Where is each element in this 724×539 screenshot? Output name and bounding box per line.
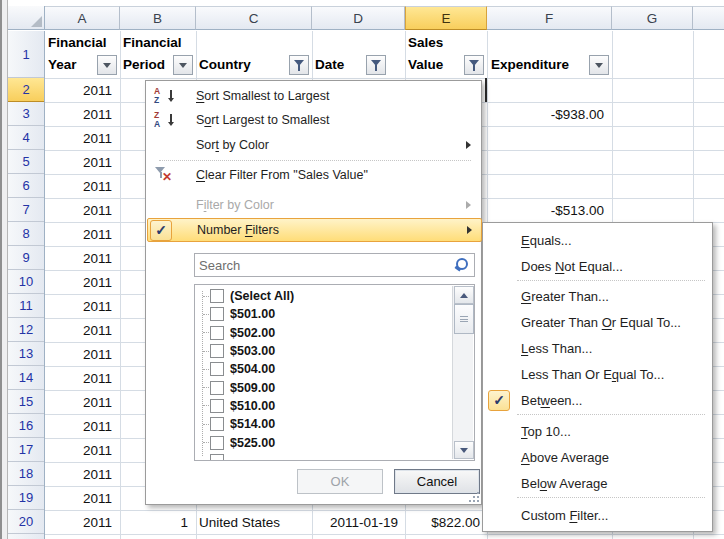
- menu-item-clear-filter[interactable]: ✕ Clear Filter From "Sales Value": [147, 163, 480, 187]
- submenu-item-between-checked[interactable]: Between...: [484, 388, 711, 412]
- menu-item-sort-largest[interactable]: ZA Sort Largest to Smallest: [147, 108, 480, 132]
- header-expenditure[interactable]: Expenditure: [491, 57, 569, 73]
- filter-value-item[interactable]: $502.00: [195, 324, 435, 342]
- filter-button-sales-value-filtered[interactable]: [464, 55, 484, 75]
- value-checkbox[interactable]: [210, 454, 224, 461]
- column-header-e-selected[interactable]: E: [405, 6, 487, 30]
- row-header-18[interactable]: 18: [8, 462, 44, 486]
- list-scrollbar[interactable]: [452, 286, 473, 459]
- row-header-12[interactable]: 12: [8, 318, 44, 342]
- value-checkbox[interactable]: [210, 362, 224, 376]
- row-header-8[interactable]: 8: [8, 222, 44, 246]
- filter-value-item[interactable]: $503.00: [195, 342, 435, 360]
- filter-search-box[interactable]: [194, 253, 475, 277]
- row-header-10[interactable]: 10: [8, 270, 44, 294]
- row-header-11[interactable]: 11: [8, 294, 44, 318]
- row-header-15[interactable]: 15: [8, 390, 44, 414]
- submenu-item-less-than-or-equal[interactable]: Less Than Or Equal To...: [484, 362, 711, 386]
- cell-a20[interactable]: 2011: [45, 510, 116, 534]
- menu-item-sort-by-color[interactable]: Sort by Color: [147, 133, 480, 157]
- submenu-item-less-than[interactable]: Less Than...: [484, 336, 711, 360]
- cell-a15[interactable]: 2011: [45, 390, 116, 414]
- menu-item-sort-smallest[interactable]: AZ Sort Smallest to Largest: [147, 84, 480, 108]
- filter-value-item[interactable]: $514.00: [195, 415, 435, 433]
- submenu-item-below-average[interactable]: Below Average: [484, 471, 711, 495]
- cell-a16[interactable]: 2011: [45, 414, 116, 438]
- cell-a4[interactable]: 2011: [45, 126, 116, 150]
- cell-a2[interactable]: 2011: [45, 78, 116, 102]
- cell-e20[interactable]: $822.00: [405, 510, 484, 534]
- column-header-b[interactable]: B: [120, 6, 196, 30]
- filter-value-item[interactable]: $501.00: [195, 305, 435, 323]
- header-sales-value[interactable]: Sales Value: [408, 35, 443, 73]
- filter-button-expenditure[interactable]: [589, 55, 609, 75]
- value-checkbox[interactable]: [210, 417, 224, 431]
- submenu-item-greater-than[interactable]: Greater Than...: [484, 284, 711, 308]
- row-header-1[interactable]: 1: [8, 31, 44, 78]
- row-header-20[interactable]: 20: [8, 510, 44, 534]
- cell-a17[interactable]: 2011: [45, 438, 116, 462]
- row-header-5[interactable]: 5: [8, 150, 44, 174]
- value-checkbox[interactable]: [210, 307, 224, 321]
- submenu-item-above-average[interactable]: Above Average: [484, 445, 711, 469]
- search-input[interactable]: [195, 258, 454, 273]
- submenu-item-greater-than-or-equal[interactable]: Greater Than Or Equal To...: [484, 310, 711, 334]
- cell-a18[interactable]: 2011: [45, 462, 116, 486]
- filter-value-item[interactable]: $525.00: [195, 433, 435, 451]
- value-checkbox[interactable]: [210, 399, 224, 413]
- row-header-3[interactable]: 3: [8, 102, 44, 126]
- cell-a12[interactable]: 2011: [45, 318, 116, 342]
- scroll-up-button[interactable]: [454, 286, 474, 304]
- submenu-item-does-not-equal[interactable]: Does Not Equal...: [484, 254, 711, 278]
- value-checkbox[interactable]: [210, 289, 224, 303]
- search-icon[interactable]: [454, 257, 470, 273]
- cell-a7[interactable]: 2011: [45, 198, 116, 222]
- cell-a6[interactable]: 2011: [45, 174, 116, 198]
- menu-item-number-filters[interactable]: Number Filters: [147, 218, 482, 242]
- value-checkbox[interactable]: [210, 326, 224, 340]
- row-header-9[interactable]: 9: [8, 246, 44, 270]
- resize-grip[interactable]: [467, 490, 479, 502]
- cell-a3[interactable]: 2011: [45, 102, 116, 126]
- cell-a9[interactable]: 2011: [45, 246, 116, 270]
- cell-a10[interactable]: 2011: [45, 270, 116, 294]
- row-header-13[interactable]: 13: [8, 342, 44, 366]
- cell-a13[interactable]: 2011: [45, 342, 116, 366]
- row-header-4[interactable]: 4: [8, 126, 44, 150]
- column-header-d[interactable]: D: [312, 6, 405, 30]
- header-country[interactable]: Country: [199, 57, 251, 73]
- filter-value-item[interactable]: $510.00: [195, 397, 435, 415]
- cell-a14[interactable]: 2011: [45, 366, 116, 390]
- filter-button-country-filtered[interactable]: [289, 55, 309, 75]
- filter-button-date-filtered[interactable]: [366, 55, 386, 75]
- row-header-17[interactable]: 17: [8, 438, 44, 462]
- cell-f3[interactable]: -$938.00: [487, 102, 608, 126]
- scrollbar-thumb[interactable]: [454, 304, 474, 334]
- scroll-down-button[interactable]: [454, 441, 474, 459]
- filter-value-item[interactable]: [195, 452, 435, 461]
- row-header-14[interactable]: 14: [8, 366, 44, 390]
- cell-a8[interactable]: 2011: [45, 222, 116, 246]
- value-checkbox[interactable]: [210, 381, 224, 395]
- filter-value-item[interactable]: $509.00: [195, 378, 435, 396]
- cell-a5[interactable]: 2011: [45, 150, 116, 174]
- column-header-c[interactable]: C: [196, 6, 312, 30]
- ok-button[interactable]: OK: [297, 469, 383, 494]
- submenu-item-top-10[interactable]: Top 10...: [484, 419, 711, 443]
- cell-f7[interactable]: -$513.00: [487, 198, 608, 222]
- row-header-16[interactable]: 16: [8, 414, 44, 438]
- value-checkbox[interactable]: [210, 436, 224, 450]
- column-header-g[interactable]: G: [612, 6, 693, 30]
- value-checkbox[interactable]: [210, 344, 224, 358]
- submenu-item-custom-filter[interactable]: Custom Filter...: [484, 503, 711, 527]
- cell-c20[interactable]: United States: [196, 510, 310, 534]
- column-header-a[interactable]: A: [45, 6, 120, 30]
- column-header-f[interactable]: F: [487, 6, 612, 30]
- submenu-item-equals[interactable]: Equals...: [484, 228, 711, 252]
- cell-a11[interactable]: 2011: [45, 294, 116, 318]
- filter-button-financial-year[interactable]: [97, 55, 117, 75]
- header-date[interactable]: Date: [315, 57, 344, 73]
- cell-d20[interactable]: 2011-01-19: [312, 510, 402, 534]
- select-all-corner[interactable]: [8, 6, 45, 30]
- row-header-2[interactable]: 2: [8, 78, 44, 102]
